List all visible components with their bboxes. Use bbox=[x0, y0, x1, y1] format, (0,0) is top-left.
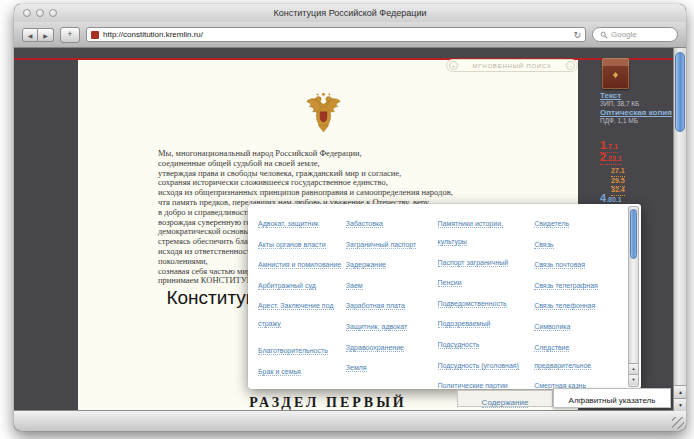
index-link[interactable]: Пенсии bbox=[438, 279, 462, 287]
download-text-link[interactable]: Текст bbox=[600, 91, 621, 100]
tab-contents-label[interactable]: Содержание bbox=[482, 398, 529, 408]
popup-scroll-up-icon[interactable]: ▲ bbox=[629, 363, 638, 374]
tab-contents[interactable]: Содержание bbox=[457, 390, 553, 407]
google-placeholder: Google bbox=[611, 30, 637, 39]
index-link[interactable]: Символика bbox=[534, 323, 570, 331]
article-reference-list: 1.7.12.23.127.129.532.44.80.15 bbox=[600, 135, 625, 212]
zoom-button[interactable] bbox=[49, 9, 57, 17]
popup-scrollbar-thumb[interactable] bbox=[630, 209, 637, 259]
index-link[interactable]: Земля bbox=[346, 364, 367, 372]
index-link[interactable]: Связь телеграфная bbox=[534, 282, 598, 290]
index-item: Паспорт заграничный bbox=[438, 251, 532, 269]
window-scrollbar[interactable]: ▲ ▼ bbox=[673, 48, 686, 411]
index-item: Символика bbox=[534, 315, 617, 333]
index-item: Амнистия и помилование bbox=[258, 253, 343, 271]
article-reference: 1.7.1 bbox=[600, 135, 625, 147]
index-link[interactable]: Политические партии bbox=[438, 382, 508, 389]
instant-search[interactable]: + мгновенный поиск → bbox=[446, 59, 578, 72]
index-link[interactable]: Свидетель bbox=[534, 220, 569, 228]
index-link[interactable]: Арбитражный суд bbox=[258, 282, 316, 290]
alphabet-index-popup: Адвокат, защитникАкты органов властиАмни… bbox=[248, 204, 641, 389]
popup-scroll-down-icon[interactable]: ▼ bbox=[629, 374, 638, 385]
reference-number-rest: .80.1 bbox=[606, 196, 622, 203]
index-link[interactable]: Подсудность bbox=[438, 341, 480, 349]
index-item: Свидетель bbox=[534, 212, 617, 230]
google-search-field[interactable]: Google bbox=[592, 27, 678, 42]
reload-icon[interactable]: ↻ bbox=[573, 30, 581, 40]
index-link[interactable]: Амнистия и помилование bbox=[258, 261, 341, 269]
page-content: РОССИЯГОСУДАРСТВОМЕДВЕДЕВСОБЫТИЯБЛОГПИСЬ… bbox=[14, 48, 686, 411]
index-link[interactable]: Заем bbox=[346, 282, 363, 290]
index-link[interactable]: Арест. Заключение под стражу bbox=[258, 302, 334, 328]
add-bookmark-button[interactable]: + bbox=[60, 27, 80, 43]
index-link[interactable]: Паспорт заграничный bbox=[438, 259, 509, 267]
index-column: ЗабастовкаЗаграничный паспортЗадержаниеЗ… bbox=[346, 212, 435, 389]
index-letter-group: Иностранные гражданеИнформация bbox=[346, 383, 435, 389]
index-item: Связь телеграфная bbox=[534, 274, 617, 292]
instant-search-left-icon[interactable]: + bbox=[449, 61, 458, 70]
window-controls bbox=[23, 9, 57, 17]
index-column: СвидетельСвязьСвязь почтоваяСвязь телегр… bbox=[534, 212, 617, 389]
screenshot-stage: Конституция Российской Федерации ◀ ▶ + h… bbox=[0, 0, 694, 439]
index-link[interactable]: Здравоохранение bbox=[346, 344, 404, 352]
index-column: Памятники истории, культурыПаспорт загра… bbox=[438, 212, 532, 389]
index-link[interactable]: Подведомственность bbox=[438, 300, 507, 308]
index-item: Арбитражный суд bbox=[258, 274, 343, 292]
site-favicon-icon bbox=[91, 31, 99, 39]
index-letter-group: ЗабастовкаЗаграничный паспортЗадержаниеЗ… bbox=[346, 212, 435, 374]
article-reference: 2.23.1 bbox=[600, 147, 625, 159]
download-text-meta: ЗИП, 38,7 КБ bbox=[600, 100, 639, 107]
index-letter-group: СвидетельСвязьСвязь почтоваяСвязь телегр… bbox=[534, 212, 617, 389]
index-item: Связь почтовая bbox=[534, 253, 617, 271]
instant-search-placeholder[interactable]: мгновенный поиск bbox=[461, 63, 563, 69]
forward-button[interactable]: ▶ bbox=[38, 28, 54, 42]
index-item: Заем bbox=[346, 274, 435, 292]
instant-search-go-icon[interactable]: → bbox=[566, 61, 575, 70]
resize-grip[interactable] bbox=[672, 417, 684, 429]
index-item: Брак и семья bbox=[258, 360, 343, 378]
url-text[interactable]: http://constitution.kremlin.ru/ bbox=[103, 30, 203, 39]
index-link[interactable]: Брак и семья bbox=[258, 368, 301, 376]
tab-alphabet-index-label: Алфавитный указатель bbox=[569, 396, 656, 405]
index-link[interactable]: Благотворительность bbox=[258, 347, 328, 355]
download-copy-meta: ПДФ, 1,1 МБ bbox=[600, 117, 638, 124]
index-link[interactable]: Задержание bbox=[346, 261, 386, 269]
back-button[interactable]: ◀ bbox=[22, 28, 38, 42]
close-button[interactable] bbox=[23, 9, 31, 17]
index-link[interactable]: Подозреваемый bbox=[438, 320, 491, 328]
title-bar[interactable]: Конституция Российской Федерации bbox=[14, 4, 686, 23]
index-item: Адвокат, защитник bbox=[258, 212, 343, 230]
index-link[interactable]: Подсудность (уголовная) bbox=[438, 362, 519, 370]
popup-scrollbar[interactable]: ▲ ▼ bbox=[628, 206, 639, 387]
index-link[interactable]: Памятники истории, культуры bbox=[438, 220, 504, 246]
download-copy-link[interactable]: Оптическая копия bbox=[600, 108, 672, 117]
constitution-book-cover[interactable] bbox=[602, 58, 629, 89]
index-link[interactable]: Связь почтовая bbox=[534, 261, 585, 269]
index-link[interactable]: Заграничный паспорт bbox=[346, 241, 416, 249]
scroll-up-icon[interactable]: ▲ bbox=[674, 385, 686, 398]
index-link[interactable]: Заработная плата bbox=[346, 302, 405, 310]
index-link[interactable]: Адвокат, защитник bbox=[258, 220, 318, 228]
index-item: Акты органов власти bbox=[258, 233, 343, 251]
scroll-down-icon[interactable]: ▼ bbox=[674, 398, 686, 411]
index-letter-group: БлаготворительностьБрак и семьяБюджет bbox=[258, 339, 343, 389]
window-scrollbar-thumb[interactable] bbox=[675, 52, 685, 132]
index-item: Защитник, адвокат bbox=[346, 315, 435, 333]
minimize-button[interactable] bbox=[36, 9, 44, 17]
index-link[interactable]: Связь bbox=[534, 241, 553, 249]
history-buttons: ◀ ▶ bbox=[22, 28, 54, 42]
index-item: Подсудность bbox=[438, 333, 532, 351]
article-reference: 32.4 bbox=[600, 178, 625, 188]
index-link[interactable]: Забастовка bbox=[346, 220, 383, 228]
index-item: Задержание bbox=[346, 253, 435, 271]
index-item: Заграничный паспорт bbox=[346, 233, 435, 251]
index-link[interactable]: Акты органов власти bbox=[258, 241, 326, 249]
index-item: Забастовка bbox=[346, 212, 435, 230]
index-link[interactable]: Связь телефонная bbox=[534, 302, 595, 310]
index-link[interactable]: Следствие предварительное bbox=[534, 344, 591, 370]
index-item: Земля bbox=[346, 356, 435, 374]
index-item: Благотворительность bbox=[258, 339, 343, 357]
index-link[interactable]: Защитник, адвокат bbox=[346, 323, 407, 331]
tab-alphabet-index[interactable]: Алфавитный указатель bbox=[553, 388, 671, 408]
address-bar[interactable]: http://constitution.kremlin.ru/ ↻ bbox=[86, 27, 586, 42]
